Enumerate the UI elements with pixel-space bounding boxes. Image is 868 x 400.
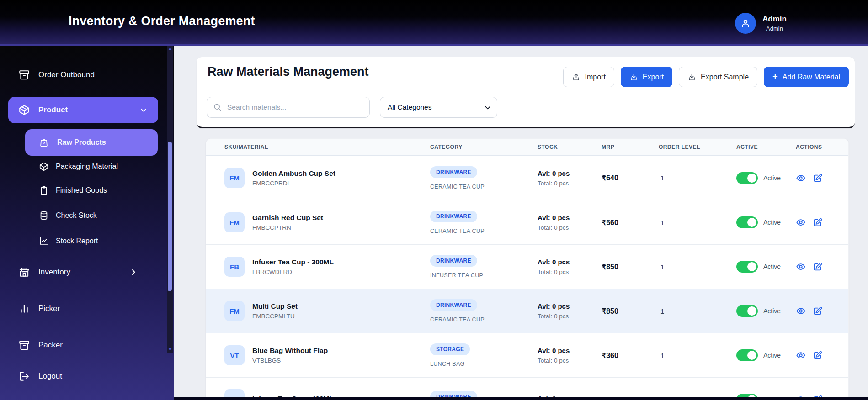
sidebar-item-product[interactable]: Product [8, 97, 158, 123]
page-title: Raw Materials Management [208, 65, 369, 79]
stock-available: Avl: 0 pcs [538, 347, 602, 354]
app-root: Inventory & Order Management Admin Admin… [0, 0, 868, 400]
view-button[interactable] [796, 217, 806, 227]
view-button[interactable] [796, 262, 806, 272]
category-filter-value: All Categories [388, 103, 432, 111]
order-level-value: 1 [659, 263, 736, 271]
sku-badge: FB [224, 257, 245, 277]
view-button[interactable] [796, 350, 806, 360]
active-toggle[interactable] [736, 305, 758, 317]
sidebar-item-label: Product [38, 105, 68, 115]
sidebar-item-logout[interactable]: Logout [0, 365, 155, 387]
user-icon [740, 18, 751, 29]
sidebar-item-stock-report[interactable]: Stock Report [0, 232, 155, 250]
material-sku-code: FMBCCPRDL [252, 180, 335, 187]
edit-button[interactable] [813, 306, 823, 316]
mrp-value: ₹640 [602, 174, 659, 182]
import-button[interactable]: Import [563, 67, 614, 87]
upload-icon [572, 73, 580, 81]
active-toggle[interactable] [736, 261, 758, 273]
stock-total: Total: 0 pcs [538, 357, 602, 364]
sidebar-item-inventory[interactable]: Inventory [0, 261, 155, 283]
toggle-knob [747, 174, 756, 183]
edit-icon [813, 350, 823, 360]
clipboard-icon [39, 185, 49, 195]
sidebar-scrollbar-thumb[interactable] [168, 142, 172, 291]
scroll-down-arrow-icon[interactable] [167, 346, 173, 353]
active-label: Active [763, 174, 781, 182]
stock-total: Total: 0 pcs [538, 268, 602, 275]
edit-icon [813, 262, 823, 272]
add-raw-material-button[interactable]: + Add Raw Material [764, 67, 849, 87]
view-button[interactable] [796, 306, 806, 316]
edit-button[interactable] [813, 350, 823, 360]
user-menu[interactable]: Admin Admin [735, 13, 787, 34]
category-pill: STORAGE [430, 343, 470, 355]
category-pill: DRINKWARE [430, 255, 477, 267]
sidebar-item-check-stock[interactable]: Check Stock [0, 206, 155, 225]
category-pill: DRINKWARE [430, 211, 477, 222]
sidebar-scrollbar[interactable] [167, 46, 173, 353]
table-row: FM Garnish Red Cup Set FMBCCPTRN DRINKWA… [206, 200, 848, 244]
shopping-bag-icon [39, 137, 49, 147]
category-pill: DRINKWARE [430, 166, 477, 178]
category-filter-select[interactable]: All Categories [380, 97, 497, 118]
add-raw-material-label: Add Raw Material [783, 73, 840, 81]
table-row: FM Golden Ambush Cup Set FMBCCPRDL DRINK… [206, 156, 848, 200]
order-level-value: 1 [659, 219, 736, 226]
edit-button[interactable] [813, 217, 823, 227]
order-level-value: 1 [659, 352, 736, 359]
active-toggle[interactable] [736, 216, 758, 228]
archive-box-icon [18, 69, 30, 81]
sidebar-item-label: Order Outbound [38, 70, 95, 79]
edit-button[interactable] [813, 262, 823, 272]
material-name: Blue Bag Without Flap [252, 347, 328, 355]
active-label: Active [763, 219, 781, 226]
search-box [207, 97, 370, 118]
active-toggle[interactable] [736, 349, 758, 361]
sidebar-item-raw-products[interactable]: Raw Products [25, 129, 158, 156]
sidebar-item-label: Stock Report [56, 237, 98, 245]
subcategory-label: LUNCH BAG [430, 361, 538, 367]
material-sku-code: FMBCCPMLTU [252, 313, 298, 320]
sidebar-item-label: Check Stock [56, 211, 97, 220]
view-button[interactable] [796, 173, 806, 183]
chevron-right-icon [129, 268, 138, 277]
search-icon [213, 103, 222, 112]
sidebar-item-picker[interactable]: Picker [0, 298, 155, 320]
column-header-active: ACTIVE [736, 144, 796, 150]
edit-button[interactable] [813, 173, 823, 183]
scroll-up-arrow-icon[interactable] [167, 46, 173, 52]
export-button[interactable]: Export [621, 67, 672, 87]
sidebar-item-label: Packer [38, 341, 63, 350]
column-header-sku: SKU/MATERIAL [224, 144, 430, 150]
sku-badge: FM [224, 212, 245, 232]
material-name: Infuser Tea Cup - 300ML [252, 258, 334, 266]
subcategory-label: INFUSER TEA CUP [430, 272, 538, 279]
sidebar-item-order-outbound[interactable]: Order Outbound [0, 64, 155, 86]
column-header-actions: ACTIONS [796, 144, 848, 150]
subcategory-label: CERAMIC TEA CUP [430, 228, 538, 234]
sidebar-item-packaging-material[interactable]: Packaging Material [0, 158, 155, 176]
cube-icon [39, 162, 49, 172]
sidebar-item-finished-goods[interactable]: Finished Goods [0, 181, 155, 200]
avatar[interactable] [735, 13, 756, 34]
active-label: Active [763, 352, 781, 359]
toggle-knob [747, 262, 756, 271]
materials-table: SKU/MATERIAL CATEGORY STOCK MRP ORDER LE… [206, 138, 849, 400]
logout-icon [18, 370, 30, 382]
app-title: Inventory & Order Management [69, 14, 255, 28]
mrp-value: ₹360 [602, 351, 659, 360]
mrp-value: ₹850 [602, 263, 659, 271]
active-toggle[interactable] [736, 172, 758, 184]
sidebar-item-label: Finished Goods [56, 186, 107, 195]
export-sample-button[interactable]: Export Sample [679, 67, 757, 87]
sidebar-item-label: Inventory [38, 268, 70, 277]
search-input[interactable] [207, 97, 370, 118]
filters-row: All Categories [207, 97, 497, 118]
material-sku-code: FBRCWDFRD [252, 268, 334, 275]
user-role: Admin [762, 25, 787, 32]
order-level-value: 1 [659, 174, 736, 182]
stock-available: Avl: 0 pcs [538, 169, 602, 177]
stock-total: Total: 0 pcs [538, 180, 602, 187]
